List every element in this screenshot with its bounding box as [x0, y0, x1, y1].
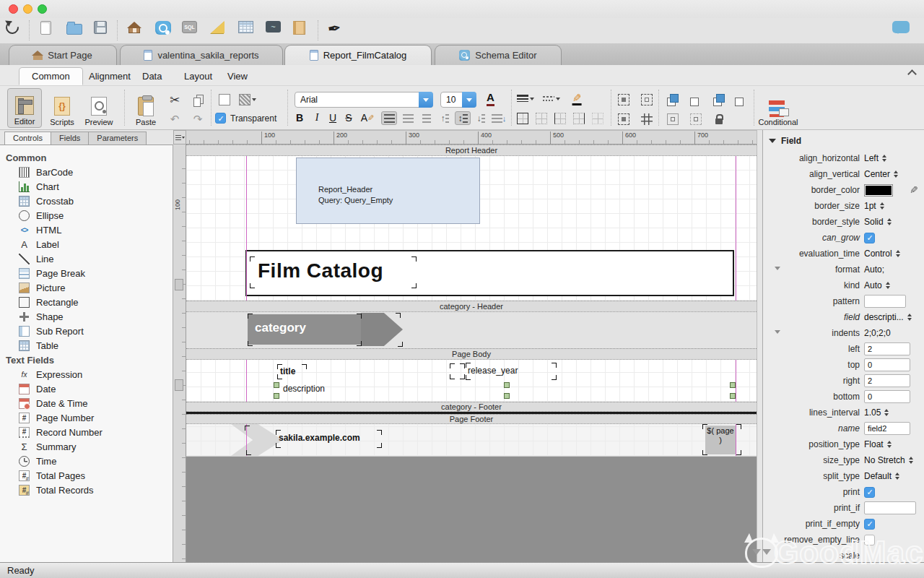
band-label-category-header[interactable]: category - Header — [186, 301, 757, 312]
text-style-pencil-icon[interactable]: A✎ — [359, 111, 375, 125]
undo-edit-icon[interactable]: ↶ — [167, 112, 182, 126]
sidebar-item-record-number[interactable]: #Record Number — [0, 425, 173, 439]
sidebar-item-date[interactable]: Date — [0, 381, 173, 396]
chat-bubble-icon[interactable] — [892, 21, 910, 33]
category-group-arrow[interactable]: category — [248, 314, 401, 345]
report-header-info-box[interactable]: Report_Header Query: Query_Empty — [296, 158, 480, 224]
border-all-button[interactable] — [515, 111, 530, 126]
resize-handle[interactable] — [274, 393, 279, 399]
sidebar-tab-fields[interactable]: Fields — [51, 131, 89, 144]
font-color-button[interactable]: A — [487, 92, 494, 106]
property-input-name[interactable]: field2 — [864, 422, 910, 435]
sidebar-item-barcode[interactable]: BarCode — [0, 165, 173, 179]
paste-button[interactable]: Paste — [130, 88, 162, 128]
group-icon[interactable] — [666, 112, 680, 126]
line-style-button[interactable] — [543, 92, 560, 105]
band-category-header[interactable]: category — [186, 312, 757, 348]
band-label-page-body[interactable]: Page Body — [186, 348, 757, 360]
transparent-toggle[interactable]: Transparent — [215, 113, 276, 124]
open-folder-icon[interactable] — [66, 21, 82, 35]
properties-section-header[interactable]: Field — [763, 130, 924, 150]
sidebar-item-total-pages[interactable]: #Total Pages — [0, 468, 173, 483]
page-number-expression[interactable]: $( page ) — [705, 426, 736, 454]
collapse-ribbon-icon[interactable] — [907, 69, 917, 79]
stepper-icon[interactable] — [882, 155, 886, 162]
doc-tab-valentina-sakila-reports[interactable]: valentina_sakila_reports — [120, 45, 283, 65]
sidebar-item-html[interactable]: <>HTML — [0, 223, 173, 237]
sidebar-item-chart[interactable]: Chart — [0, 179, 173, 194]
connection-icon[interactable]: ✒ — [328, 21, 341, 37]
font-size-select[interactable]: 10 — [440, 92, 476, 108]
property-checkbox-print_if_empty[interactable] — [864, 519, 875, 530]
select-center-icon[interactable] — [616, 112, 631, 126]
sidebar-item-page-break[interactable]: Page Break — [0, 266, 173, 280]
stepper-icon[interactable] — [887, 441, 892, 448]
sidebar-item-total-records[interactable]: #Total Records — [0, 483, 173, 497]
crop-grid-icon[interactable] — [640, 112, 654, 126]
stepper-icon[interactable] — [886, 282, 890, 289]
sidebar-tab-controls[interactable]: Controls — [4, 131, 51, 144]
table-grid-icon[interactable] — [238, 21, 253, 33]
band-label-page-footer[interactable]: Page Footer — [186, 414, 757, 424]
save-icon[interactable] — [94, 21, 107, 34]
select-all-icon[interactable] — [616, 92, 631, 107]
band-page-body[interactable]: title release_year description — [186, 360, 757, 402]
book-icon[interactable] — [293, 21, 305, 35]
sidebar-item-picture[interactable]: Picture — [0, 280, 173, 295]
transparent-checkbox[interactable] — [215, 113, 226, 124]
sidebar-item-rectangle[interactable]: Rectangle — [0, 295, 173, 309]
align-right-button[interactable] — [419, 111, 435, 125]
sidebar-item-summary[interactable]: ΣSummary — [0, 439, 173, 454]
sql-editor-icon[interactable]: SQL — [182, 21, 197, 33]
property-input-left[interactable]: 2 — [864, 342, 910, 355]
stepper-icon[interactable] — [894, 171, 898, 178]
footer-chevron-shape[interactable] — [231, 424, 283, 456]
preview-button[interactable]: Preview — [81, 88, 117, 128]
stepper-icon[interactable] — [895, 473, 899, 480]
cut-icon[interactable]: ✂ — [167, 92, 182, 107]
property-checkbox-print[interactable] — [864, 487, 875, 498]
property-input-top[interactable]: 0 — [864, 358, 910, 371]
sidebar-item-ellipse[interactable]: Ellipse — [0, 208, 173, 223]
sidebar-item-table[interactable]: Table — [0, 338, 173, 353]
fill-pattern-swatch[interactable] — [238, 93, 257, 106]
ungroup-icon[interactable] — [689, 112, 703, 126]
field-release-year[interactable]: release_year — [468, 366, 518, 376]
ruler-options-button[interactable] — [173, 130, 186, 144]
sidebar-item-sub-report[interactable]: Sub Report — [0, 324, 173, 338]
stepper-icon[interactable] — [909, 457, 913, 464]
line-color-pencil-icon[interactable]: ✎ — [569, 92, 585, 106]
copy-icon[interactable] — [191, 93, 205, 108]
undo-icon[interactable] — [6, 21, 19, 34]
ribbon-tab-common[interactable]: Common — [19, 67, 83, 85]
indent-increase-button[interactable] — [400, 111, 416, 125]
sidebar-item-crosstab[interactable]: Crosstab — [0, 194, 173, 208]
color-swatch[interactable] — [864, 184, 893, 197]
diagnostics-icon[interactable]: ~ — [266, 21, 281, 33]
band-page-footer[interactable]: sakila.example.com $( page ) — [186, 424, 757, 456]
band-report-header[interactable]: Report_Header Query: Query_Empty Film Ca… — [186, 156, 757, 301]
sidebar-item-shape[interactable]: Shape — [0, 309, 173, 324]
scripts-button[interactable]: {} Scripts — [45, 88, 79, 128]
underline-button[interactable]: U — [326, 111, 339, 125]
strikethrough-button[interactable]: S — [342, 111, 355, 125]
redo-edit-icon[interactable]: ↷ — [191, 112, 205, 126]
ribbon-tab-data[interactable]: Data — [130, 67, 174, 85]
select-top-icon[interactable] — [640, 92, 654, 107]
resize-handle[interactable] — [730, 382, 736, 388]
sidebar-item-expression[interactable]: fxExpression — [0, 367, 173, 381]
font-family-select[interactable]: Arial — [295, 92, 433, 108]
report-title-label[interactable]: Film Catalog — [258, 259, 383, 282]
line-weight-button[interactable] — [517, 92, 534, 105]
doc-tab-start-page[interactable]: Start Page — [9, 45, 117, 65]
send-back-icon[interactable] — [733, 92, 748, 107]
bring-forward-icon[interactable] — [666, 92, 680, 107]
bring-front-icon[interactable] — [712, 92, 726, 107]
sidebar-item-line[interactable]: Line — [0, 251, 173, 266]
valign-bottom-button[interactable]: ↓ — [474, 111, 488, 125]
doc-tab-report-filmcatalog[interactable]: Report_FilmCatalog — [284, 45, 432, 65]
stepper-icon[interactable] — [887, 218, 892, 225]
field-description[interactable]: description — [283, 384, 325, 394]
stepper-icon[interactable] — [896, 250, 900, 257]
sidebar-item-page-number[interactable]: #Page Number — [0, 410, 173, 425]
